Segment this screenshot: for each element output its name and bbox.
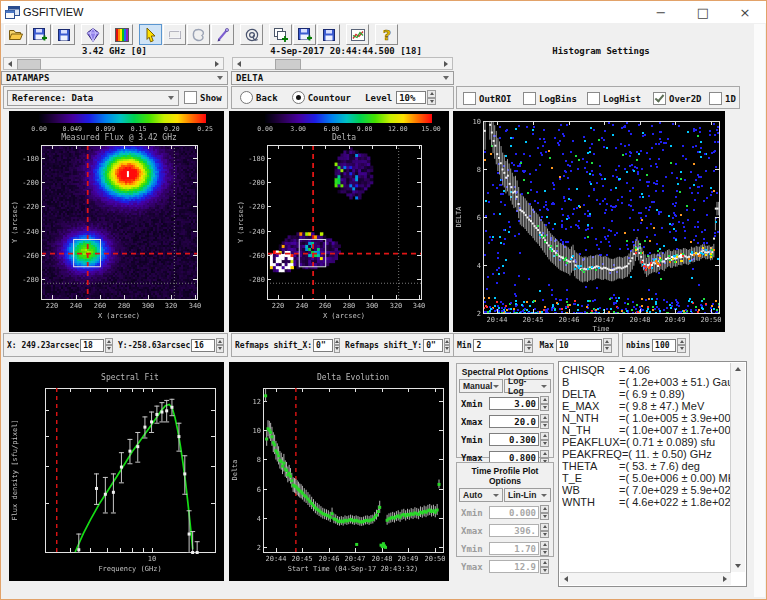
spectral-xmin-input[interactable] bbox=[489, 397, 539, 410]
shift-x-spinner[interactable] bbox=[334, 338, 340, 353]
1d-checkbox[interactable] bbox=[709, 92, 722, 105]
fit-result-row[interactable]: T_E=( 5.0e+006 ± 0.00) MK bbox=[562, 472, 730, 484]
fit-result-row[interactable]: WNTH=( 4.6e+022 ± 1.8e+022) erg bbox=[562, 496, 730, 508]
copy-add-icon[interactable] bbox=[269, 24, 292, 45]
fit-result-row[interactable]: THETA=( 53. ± 7.6) deg bbox=[562, 460, 730, 472]
pen-tool-icon[interactable] bbox=[211, 24, 234, 45]
checkbox-item-over2d[interactable]: Over2D bbox=[653, 92, 702, 105]
fit-result-row[interactable]: PEAKFLUX=( 0.71 ± 0.089) sfu bbox=[562, 436, 730, 448]
title-bar: GSFITVIEW − □ × bbox=[1, 1, 766, 23]
time-mode-value: Auto bbox=[463, 490, 482, 500]
spectral-scale-select[interactable]: Log-Log bbox=[504, 379, 551, 393]
results-vertical-scrollbar[interactable] bbox=[730, 363, 745, 572]
show-checkbox[interactable] bbox=[184, 91, 197, 104]
scroll-down-icon[interactable] bbox=[731, 560, 744, 572]
y-position-input[interactable] bbox=[191, 339, 215, 352]
delta-select[interactable]: DELTA bbox=[231, 71, 454, 85]
shift-y-input[interactable] bbox=[423, 339, 443, 352]
measured-flux-map-canvas[interactable] bbox=[9, 111, 224, 332]
checkbox-item-1d[interactable]: 1D bbox=[709, 92, 736, 105]
pointer-tool-icon[interactable] bbox=[139, 24, 162, 45]
datamaps-select[interactable]: DATAMAPS bbox=[1, 71, 228, 85]
annotate-icon[interactable] bbox=[240, 24, 263, 45]
time-scale-select[interactable]: Lin-Lin bbox=[504, 488, 551, 502]
max-input[interactable] bbox=[556, 339, 602, 352]
fit-results-listbox[interactable]: CHISQR= 4.06B=( 1.2e+003 ± 51.) GaussDEL… bbox=[558, 361, 747, 587]
time-mode-select[interactable]: Auto bbox=[459, 488, 503, 502]
scroll-left-icon[interactable] bbox=[4, 58, 16, 69]
fit-result-row[interactable]: N_NTH=( 1.0e+005 ± 3.9e+004) cm^-3 bbox=[562, 412, 730, 424]
fit-result-row[interactable]: DELTA=( 6.9 ± 0.89) bbox=[562, 388, 730, 400]
help-icon[interactable]: ? bbox=[375, 24, 398, 45]
export-plot-icon[interactable] bbox=[346, 24, 369, 45]
checkbox-item-loghist[interactable]: LogHist bbox=[587, 92, 641, 105]
results-horizontal-scrollbar[interactable] bbox=[560, 572, 731, 585]
level-label: Level bbox=[365, 93, 392, 103]
scroll-up-icon[interactable] bbox=[731, 363, 744, 375]
spectral-mode-select[interactable]: Manual bbox=[459, 379, 503, 393]
delta-evolution-canvas[interactable] bbox=[229, 362, 449, 581]
save-data-icon[interactable] bbox=[317, 24, 340, 45]
min-spinner[interactable] bbox=[524, 338, 533, 353]
x-position-label: X: 249.23arcsec bbox=[7, 341, 79, 350]
fit-result-row[interactable]: E_MAX=( 9.8 ± 47.) MeV bbox=[562, 400, 730, 412]
show-label: Show bbox=[200, 93, 222, 103]
delta-time-histogram-canvas[interactable] bbox=[453, 111, 725, 332]
x-position-input[interactable] bbox=[80, 339, 104, 352]
checkbox-item-logbins[interactable]: LogBins bbox=[523, 92, 577, 105]
scrollbar-thumb[interactable] bbox=[17, 59, 41, 70]
scrollbar-thumb[interactable] bbox=[275, 59, 301, 70]
spectral-ymin-spinner[interactable] bbox=[540, 432, 549, 447]
fit-result-row[interactable]: B=( 1.2e+003 ± 51.) Gauss bbox=[562, 376, 730, 388]
scroll-right-icon[interactable] bbox=[211, 58, 223, 69]
max-spinner[interactable] bbox=[603, 338, 612, 353]
spectral-xmax-spinner[interactable] bbox=[540, 414, 549, 429]
over2d-checkbox[interactable] bbox=[653, 92, 666, 105]
result-value: =( 5.0e+006 ± 0.00) MK bbox=[619, 472, 730, 484]
scroll-right-icon[interactable] bbox=[719, 573, 731, 584]
scroll-left-icon[interactable] bbox=[233, 58, 245, 69]
min-input[interactable] bbox=[473, 339, 523, 352]
x-position-spinner[interactable] bbox=[105, 338, 113, 353]
fit-result-row[interactable]: CHISQR= 4.06 bbox=[562, 364, 730, 376]
save-add-icon[interactable] bbox=[28, 24, 51, 45]
save-icon[interactable] bbox=[52, 24, 75, 45]
delta-map-canvas[interactable] bbox=[229, 111, 449, 332]
level-spinner[interactable] bbox=[427, 90, 436, 105]
loghist-checkbox[interactable] bbox=[587, 92, 600, 105]
reference-select[interactable]: Reference: Data bbox=[7, 90, 179, 106]
outroi-checkbox[interactable] bbox=[463, 92, 476, 105]
maximize-button[interactable]: □ bbox=[682, 1, 724, 23]
gem-tool-icon[interactable] bbox=[81, 24, 104, 45]
spectral-xmax-input[interactable] bbox=[489, 415, 539, 428]
spectral-ymin-input[interactable] bbox=[489, 433, 539, 446]
nbins-spinner[interactable] bbox=[677, 338, 686, 353]
roi-rect-icon[interactable] bbox=[163, 24, 186, 45]
shift-y-spinner[interactable] bbox=[444, 338, 450, 353]
y-position-spinner[interactable] bbox=[216, 338, 224, 353]
close-button[interactable]: × bbox=[724, 1, 766, 23]
scroll-left-icon[interactable] bbox=[560, 573, 572, 584]
time-scrollbar[interactable] bbox=[232, 57, 453, 70]
fit-result-row[interactable]: WB=( 7.0e+029 ± 5.9e+028) erg bbox=[562, 484, 730, 496]
roi-freehand-icon[interactable] bbox=[187, 24, 210, 45]
spectral-fit-canvas[interactable] bbox=[9, 362, 224, 581]
frequency-scrollbar[interactable] bbox=[3, 57, 224, 70]
fit-result-row[interactable]: N_TH=( 1.0e+007 ± 1.7e+008) cm^-3 bbox=[562, 424, 730, 436]
contour-radio[interactable] bbox=[292, 91, 305, 104]
back-radio[interactable] bbox=[240, 91, 253, 104]
save-maps-icon[interactable] bbox=[293, 24, 316, 45]
gsfitview-window: GSFITVIEW − □ × ? 3.42 GHz [0] 4-Sep-201… bbox=[0, 0, 767, 600]
time-options-header: Time Profile Plot Options bbox=[457, 463, 553, 486]
fit-result-row[interactable]: PEAKFREQ=( 11. ± 0.50) GHz bbox=[562, 448, 730, 460]
open-file-icon[interactable] bbox=[4, 24, 27, 45]
color-table-icon[interactable] bbox=[110, 24, 133, 45]
minimize-button[interactable]: − bbox=[640, 1, 682, 23]
scroll-right-icon[interactable] bbox=[440, 58, 452, 69]
level-input[interactable] bbox=[396, 91, 426, 104]
nbins-input[interactable] bbox=[652, 339, 676, 352]
logbins-checkbox[interactable] bbox=[523, 92, 536, 105]
shift-x-input[interactable] bbox=[313, 339, 333, 352]
spectral-xmin-spinner[interactable] bbox=[540, 396, 549, 411]
checkbox-item-outroi[interactable]: OutROI bbox=[463, 92, 512, 105]
